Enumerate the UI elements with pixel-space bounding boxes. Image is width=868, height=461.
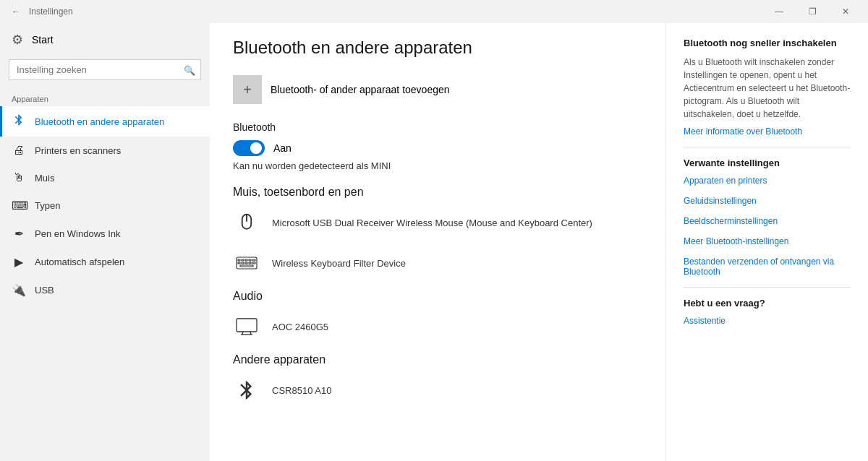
- related-link-4[interactable]: Bestanden verzenden of ontvangen via Blu…: [684, 257, 851, 277]
- related-link-1[interactable]: Geluidsinstellingen: [684, 196, 851, 206]
- svg-rect-7: [252, 259, 255, 261]
- titlebar: ← Instellingen — ❐ ✕: [0, 0, 868, 23]
- tip-link[interactable]: Meer informatie over Bluetooth: [684, 126, 851, 137]
- sidebar-muis-label: Muis: [35, 173, 54, 184]
- other-section-title: Andere apparaten: [233, 353, 642, 366]
- tip-title: Bluetooth nog sneller inschakelen: [684, 38, 851, 48]
- search-container: 🔍: [9, 59, 201, 80]
- bluetooth-toggle[interactable]: [233, 140, 265, 156]
- tip-text: Als u Bluetooth wilt inschakelen zonder …: [684, 56, 851, 121]
- svg-rect-8: [238, 262, 240, 264]
- sidebar-section-label: Apparaten: [0, 89, 210, 106]
- sidebar: ⚙ Start 🔍 Apparaten Bluetooth en andere …: [0, 23, 210, 461]
- keyboard-device-name: Wireless Keyboard Filter Device: [272, 258, 406, 269]
- pen-icon: ✒: [12, 227, 26, 241]
- svg-rect-12: [252, 262, 255, 264]
- add-device-label: Bluetooth- of ander apparaat toevoegen: [271, 84, 450, 95]
- related-title: Verwante instellingen: [684, 158, 851, 168]
- svg-rect-3: [238, 259, 240, 261]
- gear-icon: ⚙: [12, 32, 23, 48]
- usb-icon: 🔌: [12, 283, 26, 297]
- svg-rect-5: [245, 259, 247, 261]
- device-item-csr: CSR8510 A10: [233, 376, 642, 404]
- related-link-2[interactable]: Beeldscherminstellingen: [684, 216, 851, 226]
- device-item-monitor: AOC 2460G5: [233, 313, 642, 340]
- divider-2: [684, 287, 851, 288]
- sidebar-start-label: Start: [32, 34, 54, 46]
- mouse-device-icon: [233, 209, 260, 236]
- svg-rect-14: [237, 319, 257, 332]
- svg-rect-6: [249, 259, 251, 261]
- svg-rect-2: [237, 257, 257, 269]
- sidebar-item-bluetooth[interactable]: Bluetooth en andere apparaten: [0, 106, 210, 137]
- search-input[interactable]: [9, 59, 201, 80]
- audio-section-title: Audio: [233, 290, 642, 303]
- printer-icon: 🖨: [12, 144, 26, 157]
- svg-rect-9: [242, 262, 244, 264]
- mouse-device-name: Microsoft USB Dual Receiver Wireless Mou…: [272, 217, 592, 228]
- right-panel: Bluetooth nog sneller inschakelen Als u …: [665, 23, 868, 461]
- minimize-button[interactable]: —: [762, 0, 796, 23]
- keyboard-icon: ⌨: [12, 199, 26, 212]
- related-link-3[interactable]: Meer Bluetooth-instellingen: [684, 236, 851, 246]
- sidebar-item-start[interactable]: ⚙ Start: [0, 23, 210, 56]
- monitor-device-icon: [233, 313, 260, 340]
- sidebar-item-typen[interactable]: ⌨ Typen: [0, 191, 210, 220]
- sidebar-bluetooth-label: Bluetooth en andere apparaten: [35, 116, 164, 127]
- detected-label: Kan nu worden gedetecteerd als MINI: [233, 160, 642, 171]
- app-body: ⚙ Start 🔍 Apparaten Bluetooth en andere …: [0, 23, 868, 461]
- mouse-section-title: Muis, toetsenbord en pen: [233, 186, 642, 199]
- page-title: Bluetooth en andere apparaten: [233, 38, 642, 58]
- back-icon: ←: [12, 7, 20, 17]
- search-icon: 🔍: [184, 64, 195, 75]
- sidebar-item-pen[interactable]: ✒ Pen en Windows Ink: [0, 220, 210, 248]
- bluetooth-toggle-row: Aan: [233, 140, 642, 156]
- titlebar-title: Instellingen: [29, 7, 762, 17]
- help-link[interactable]: Assistentie: [684, 316, 851, 326]
- sidebar-item-usb[interactable]: 🔌 USB: [0, 276, 210, 304]
- window-controls: — ❐ ✕: [762, 0, 862, 23]
- sidebar-afspelen-label: Automatisch afspelen: [35, 257, 124, 267]
- csr-device-icon: [233, 376, 260, 404]
- sidebar-item-afspelen[interactable]: ▶ Automatisch afspelen: [0, 248, 210, 276]
- csr-device-name: CSR8510 A10: [272, 385, 331, 396]
- device-item-mouse: Microsoft USB Dual Receiver Wireless Mou…: [233, 209, 642, 236]
- main-panel: Bluetooth en andere apparaten + Bluetoot…: [210, 23, 665, 461]
- svg-rect-4: [242, 259, 244, 261]
- add-icon: +: [233, 75, 262, 104]
- back-button[interactable]: ←: [6, 1, 26, 22]
- autoplay-icon: ▶: [12, 255, 26, 269]
- related-link-0[interactable]: Apparaten en printers: [684, 176, 851, 186]
- monitor-device-name: AOC 2460G5: [272, 322, 328, 332]
- divider-1: [684, 147, 851, 147]
- sidebar-pen-label: Pen en Windows Ink: [35, 228, 121, 239]
- keyboard-device-icon: [233, 249, 260, 277]
- svg-rect-10: [245, 262, 247, 264]
- maximize-button[interactable]: ❐: [796, 0, 829, 23]
- add-device-button[interactable]: + Bluetooth- of ander apparaat toevoegen: [233, 75, 642, 104]
- close-button[interactable]: ✕: [829, 0, 862, 23]
- toggle-thumb: [250, 142, 262, 154]
- sidebar-item-muis[interactable]: 🖱 Muis: [0, 164, 210, 191]
- sidebar-typen-label: Typen: [35, 200, 60, 211]
- bluetooth-section-label: Bluetooth: [233, 121, 642, 133]
- sidebar-item-printers[interactable]: 🖨 Printers en scanners: [0, 137, 210, 164]
- help-title: Hebt u een vraag?: [684, 298, 851, 309]
- device-item-keyboard: Wireless Keyboard Filter Device: [233, 249, 642, 277]
- svg-rect-11: [249, 262, 251, 264]
- bluetooth-toggle-label: Aan: [273, 142, 292, 154]
- bluetooth-icon: [12, 113, 26, 129]
- sidebar-printers-label: Printers en scanners: [35, 145, 121, 156]
- mouse-icon: 🖱: [12, 171, 26, 184]
- sidebar-usb-label: USB: [35, 285, 54, 296]
- svg-rect-13: [240, 265, 253, 267]
